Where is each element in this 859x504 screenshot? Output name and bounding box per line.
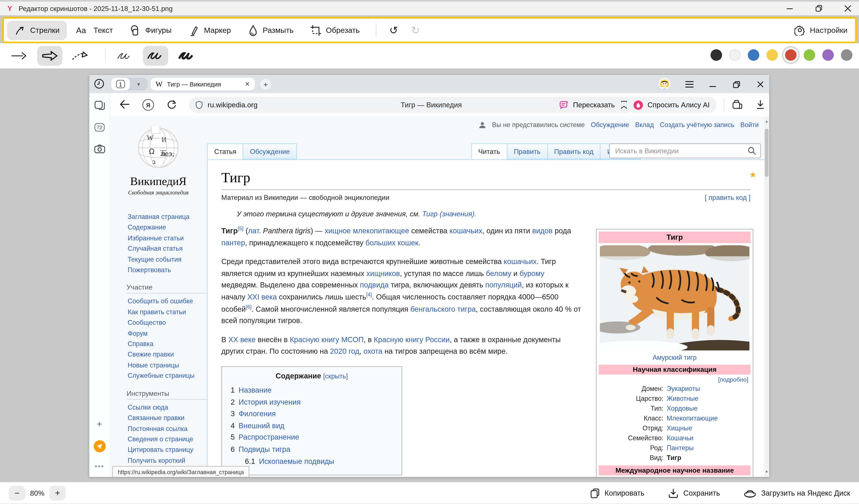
wiki-link[interactable]: 2020 год — [330, 347, 359, 355]
personal-link[interactable]: Обсуждение — [591, 121, 629, 129]
restore-button[interactable] — [815, 5, 822, 12]
yandex-services-icon[interactable]: Я — [142, 99, 154, 111]
upload-yandex-disk-button[interactable]: Загрузить на Яндекс Диск — [744, 488, 850, 498]
sidebar-link[interactable]: Форум — [127, 329, 211, 339]
color-swatch[interactable] — [841, 49, 853, 61]
sidebar-link[interactable]: Новые страницы — [127, 360, 211, 371]
wiki-tab[interactable]: Читать — [471, 143, 507, 159]
strip-add-icon[interactable]: + — [97, 419, 102, 429]
strip-more-icon[interactable]: ••• — [94, 462, 104, 471]
browser-menu-icon[interactable] — [684, 79, 694, 89]
sidebar-link[interactable]: Постоянная ссылка — [127, 424, 211, 434]
sidebar-link[interactable]: Случайная статья — [127, 244, 211, 255]
wiki-link[interactable]: хищников — [366, 270, 400, 277]
tab-close-icon[interactable]: ✕ — [245, 80, 250, 88]
tab-group-widget[interactable]: 1 ▾ — [111, 78, 147, 90]
tiger-image[interactable] — [599, 245, 751, 352]
wiki-link[interactable]: [4] — [366, 291, 372, 297]
arrow-style-dashed[interactable] — [68, 46, 93, 66]
stroke-width-medium[interactable] — [143, 46, 168, 66]
sidebar-link[interactable]: Пожертвовать — [127, 265, 211, 276]
tool-marker[interactable]: Маркер — [181, 20, 238, 40]
extensions-icon[interactable] — [732, 100, 742, 112]
toc-link[interactable]: Подвиды тигра — [239, 445, 290, 453]
wiki-link[interactable]: кошачьих — [504, 257, 537, 265]
sidebar-link[interactable]: Содержание — [127, 223, 211, 233]
profile-avatar[interactable] — [659, 78, 670, 90]
scroll-down-icon[interactable]: ▼ — [764, 469, 769, 475]
history-icon[interactable] — [94, 78, 105, 91]
undo-button[interactable]: ↺ — [383, 25, 405, 35]
browser-close-icon[interactable] — [755, 79, 765, 89]
sidebar-link[interactable]: Сведения о странице — [127, 434, 211, 445]
sidebar-link[interactable]: Служебные страницы — [127, 371, 211, 382]
wiki-tab[interactable]: Править код — [547, 143, 600, 159]
taxon-link[interactable]: Животные — [667, 394, 698, 403]
color-swatch[interactable] — [822, 49, 834, 61]
wiki-link[interactable]: бенгальского тигра — [410, 305, 476, 313]
wiki-search-box[interactable] — [609, 143, 761, 158]
color-swatch[interactable] — [766, 49, 778, 61]
download-icon[interactable] — [756, 100, 765, 112]
sidebar-link[interactable]: Цитировать страницу — [127, 445, 211, 456]
panels-icon[interactable] — [94, 101, 105, 112]
wiki-link[interactable]: Красную книгу МСОП — [290, 336, 364, 343]
copy-button[interactable]: Копировать — [590, 488, 645, 498]
taxon-link[interactable]: Млекопитающие — [667, 413, 718, 423]
taxon-link[interactable]: Пантеры — [667, 443, 694, 453]
wiki-link[interactable]: [6] — [246, 303, 252, 309]
tool-text[interactable]: Aa Текст — [69, 21, 120, 40]
wiki-link[interactable]: охота — [363, 347, 382, 355]
wiki-tab[interactable]: Править — [507, 143, 547, 159]
tool-arrows[interactable]: Стрелки — [7, 20, 66, 40]
scrollbar-thumb[interactable] — [765, 128, 769, 177]
wiki-link[interactable]: бурому — [519, 270, 544, 277]
browser-minimize-icon[interactable] — [708, 79, 718, 89]
sidebar-link[interactable]: Получить короткий — [127, 456, 211, 466]
reload-icon[interactable] — [167, 99, 177, 112]
wiki-link[interactable]: кошачьих — [450, 227, 482, 235]
sidebar-link[interactable]: Как править статьи — [127, 307, 211, 318]
chevron-down-icon[interactable]: ▾ — [130, 78, 148, 90]
sidebar-link[interactable]: Заглавная страница — [127, 212, 211, 223]
personal-link[interactable]: Войти — [740, 121, 759, 129]
toc-link[interactable]: Название — [239, 386, 272, 394]
toc-link[interactable]: Распространение — [239, 433, 299, 442]
details-link[interactable]: [подробно] — [718, 376, 749, 383]
toc-link[interactable]: Внешний вид — [239, 422, 284, 430]
zoom-out-button[interactable]: − — [9, 486, 25, 501]
color-swatch[interactable] — [748, 49, 759, 61]
retell-button[interactable]: Пересказать — [552, 97, 622, 113]
editor-canvas[interactable]: 1 ▾ W Тигр — Википедия ✕ + — [0, 68, 859, 482]
wiki-link[interactable]: Красную книгу России — [374, 336, 450, 343]
wiki-link[interactable]: видов — [532, 227, 553, 235]
sidebar-link[interactable]: Избранные статьи — [127, 233, 211, 244]
new-tab-button[interactable]: + — [260, 79, 271, 90]
sidebar-link[interactable]: Связанные правки — [127, 413, 211, 424]
search-input[interactable] — [614, 147, 748, 155]
taxon-link[interactable]: Кошачьи — [667, 433, 694, 443]
wiki-tab[interactable]: Статья — [207, 143, 243, 159]
sidebar-link[interactable]: Ссылки сюда — [127, 402, 211, 413]
wiki-link[interactable]: подвида — [360, 281, 389, 289]
browser-tab-active[interactable]: W Тигр — Википедия ✕ — [151, 78, 255, 90]
color-swatch[interactable] — [803, 49, 815, 61]
color-swatch[interactable] — [785, 49, 797, 61]
toc-hide-link[interactable]: [скрыть] — [323, 372, 348, 380]
color-swatch[interactable] — [729, 49, 741, 61]
screenshot-camera-icon[interactable] — [94, 144, 105, 155]
wiki-link[interactable]: пантер — [222, 239, 245, 247]
taxon-link[interactable]: Эукариоты — [667, 384, 700, 394]
tool-blur[interactable]: Размыть — [240, 20, 301, 40]
sidebar-link[interactable]: Справка — [127, 339, 211, 350]
sidebar-link[interactable]: Текущие события — [127, 254, 211, 265]
color-swatch[interactable] — [711, 49, 722, 61]
wiki-link[interactable]: популяций — [485, 281, 522, 289]
tabs-counter-badge[interactable]: 72 — [94, 123, 104, 131]
stroke-width-thick[interactable] — [174, 46, 199, 66]
page-scrollbar[interactable]: ▲ ▼ — [764, 117, 769, 477]
image-caption-link[interactable]: Амурский тигр — [653, 354, 697, 362]
arrow-style-bold[interactable] — [37, 46, 62, 66]
back-button[interactable] — [119, 100, 130, 111]
toc-link[interactable]: Ископаемые подвиды — [259, 457, 334, 465]
